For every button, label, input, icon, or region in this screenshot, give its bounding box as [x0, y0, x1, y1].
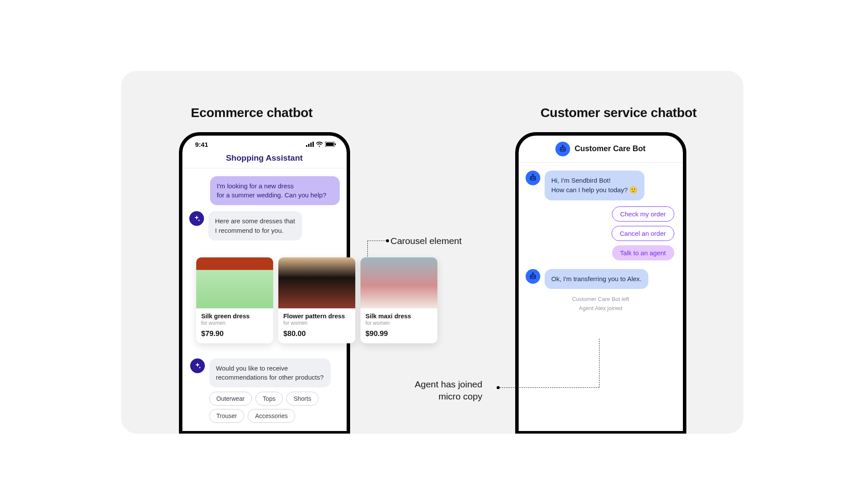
bot-message: Hi, I'm Sendbird Bot! How can I help you…	[545, 171, 645, 200]
annotation-connector	[367, 241, 387, 241]
product-card[interactable]: Flower pattern dress for women $80.00	[278, 257, 355, 343]
product-image	[278, 257, 355, 308]
svg-point-11	[562, 145, 563, 146]
chip-outerwear[interactable]: Outerwear	[209, 392, 252, 406]
annotation-connector	[500, 387, 599, 388]
svg-rect-1	[308, 144, 309, 147]
annotation-connector	[599, 339, 599, 387]
quick-reply-cancel-order[interactable]: Cancel an order	[612, 226, 674, 241]
robot-icon	[558, 145, 567, 153]
battery-icon	[325, 142, 336, 147]
sparkle-avatar	[190, 358, 205, 373]
sparkle-avatar	[189, 211, 204, 226]
product-carousel[interactable]: Silk green dress for women $79.90 Flower…	[196, 257, 437, 343]
cs-header: Customer Care Bot	[519, 136, 683, 163]
bot-avatar	[526, 269, 540, 284]
status-time: 9:41	[195, 141, 208, 148]
annotation-carousel: Carousel element	[391, 235, 462, 247]
svg-point-14	[533, 178, 534, 178]
cs-title: Customer Care Bot	[574, 144, 645, 153]
product-image	[196, 257, 273, 308]
product-subtitle: for women	[366, 320, 432, 326]
svg-point-19	[533, 276, 534, 277]
suggestion-chips: Outerwear Tops Shorts Trouser Accessorie…	[209, 392, 346, 423]
chat-body: I'm looking for a new dress for a summer…	[182, 168, 347, 241]
user-message: I'm looking for a new dress for a summer…	[210, 176, 340, 206]
user-message-line: for a summer wedding. Can you help?	[217, 191, 326, 199]
wifi-icon	[316, 142, 323, 147]
product-card[interactable]: Silk maxi dress for women $90.99	[360, 257, 437, 343]
product-card-body: Silk maxi dress for women $90.99	[360, 308, 437, 343]
bot-avatar	[526, 171, 540, 185]
bot-message-line: Would you like to receive	[216, 365, 288, 372]
user-message-line: I'm looking for a new dress	[217, 182, 294, 190]
annotation-micro-copy: Agent has joined micro copy	[415, 378, 482, 403]
bot-message: Ok, I'm transferring you to Alex.	[545, 269, 649, 289]
annotation-dot	[497, 386, 500, 389]
robot-icon	[529, 272, 537, 281]
svg-point-18	[531, 276, 532, 277]
bot-message-line: I recommend to for you.	[215, 227, 284, 234]
section-title-ecommerce: Ecommerce chatbot	[191, 105, 313, 120]
svg-rect-3	[312, 142, 314, 147]
bot-message-row: Hi, I'm Sendbird Bot! How can I help you…	[526, 171, 676, 200]
signal-icon	[306, 142, 314, 147]
sparkle-icon	[194, 362, 201, 370]
product-subtitle: for women	[284, 320, 350, 326]
svg-point-13	[531, 178, 532, 178]
product-title: Silk green dress	[201, 313, 268, 320]
chip-trouser[interactable]: Trouser	[209, 409, 245, 423]
system-left-message: Customer Care Bot left	[526, 295, 676, 304]
chip-accessories[interactable]: Accessories	[248, 409, 295, 423]
bot-message: Would you like to receive recommendation…	[209, 358, 331, 388]
quick-reply-check-order[interactable]: Check my order	[612, 206, 674, 222]
bot-avatar	[555, 142, 570, 156]
quick-reply-talk-agent[interactable]: Talk to an agent	[612, 245, 674, 260]
bot-message-row: Here are some dresses that I recommend t…	[189, 211, 340, 241]
bot-message-line: Here are some dresses that	[215, 217, 295, 225]
product-card-body: Silk green dress for women $79.90	[196, 308, 273, 343]
svg-rect-0	[306, 145, 307, 147]
quick-replies: Check my order Cancel an order Talk to a…	[526, 206, 674, 260]
phone-customer-service: Customer Care Bot Hi, I'm Sendbird Bot! …	[515, 132, 686, 434]
annotation-connector	[367, 241, 368, 259]
app-title: Shopping Assistant	[226, 153, 303, 162]
canvas-panel: Ecommerce chatbot Customer service chatb…	[121, 71, 743, 434]
svg-rect-6	[335, 143, 336, 145]
status-bar: 9:41	[182, 136, 347, 150]
svg-point-8	[561, 149, 562, 149]
status-icons	[306, 142, 336, 147]
app-header: Shopping Assistant	[182, 150, 347, 168]
product-title: Flower pattern dress	[284, 313, 350, 320]
annotation-micro-line: Agent has joined	[415, 378, 482, 390]
section-title-customer-service: Customer service chatbot	[541, 105, 697, 120]
product-card[interactable]: Silk green dress for women $79.90	[196, 257, 273, 343]
svg-rect-2	[310, 143, 312, 147]
bot-message-line: How can I help you today? 🙂	[552, 186, 638, 193]
product-price: $79.90	[201, 330, 268, 338]
sparkle-icon	[193, 215, 201, 222]
svg-point-16	[532, 174, 533, 175]
bot-message: Here are some dresses that I recommend t…	[208, 211, 302, 241]
bot-message-row: Would you like to receive recommendation…	[190, 358, 346, 388]
product-price: $80.00	[284, 330, 350, 338]
svg-rect-5	[326, 143, 334, 146]
bot-message-line: Hi, I'm Sendbird Bot!	[552, 177, 611, 184]
product-subtitle: for women	[201, 320, 268, 326]
product-image	[360, 257, 437, 308]
bot-message-row: Ok, I'm transferring you to Alex.	[526, 269, 676, 289]
bot-message-line: recommendations for other products?	[216, 374, 324, 381]
cs-chat-body: Hi, I'm Sendbird Bot! How can I help you…	[519, 163, 683, 313]
chip-tops[interactable]: Tops	[255, 392, 283, 406]
robot-icon	[529, 174, 537, 182]
product-card-body: Flower pattern dress for women $80.00	[278, 308, 355, 343]
annotation-micro-line: micro copy	[415, 390, 482, 403]
product-title: Silk maxi dress	[366, 313, 432, 320]
system-messages: Customer Care Bot left Agent Alex joined	[526, 295, 676, 313]
chip-shorts[interactable]: Shorts	[286, 392, 318, 406]
followup-block: Would you like to receive recommendation…	[190, 358, 346, 423]
svg-point-21	[532, 273, 533, 273]
product-price: $90.99	[366, 330, 432, 338]
svg-point-9	[564, 149, 564, 149]
system-joined-message: Agent Alex joined	[526, 304, 676, 313]
